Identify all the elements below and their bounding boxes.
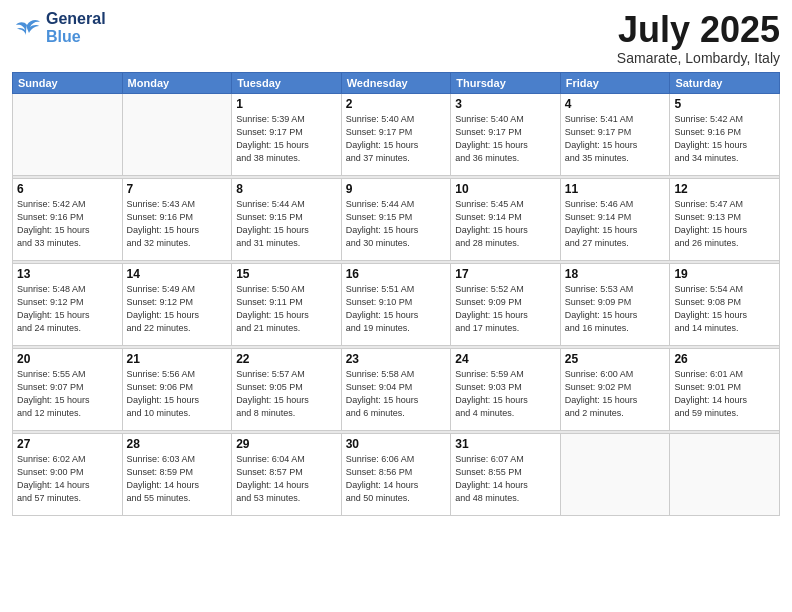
calendar-cell: 16Sunrise: 5:51 AM Sunset: 9:10 PM Dayli… xyxy=(341,263,451,345)
header: General Blue July 2025 Samarate, Lombard… xyxy=(12,10,780,66)
calendar-cell xyxy=(560,433,670,515)
header-friday: Friday xyxy=(560,72,670,93)
day-number: 26 xyxy=(674,352,775,366)
header-wednesday: Wednesday xyxy=(341,72,451,93)
calendar-cell: 14Sunrise: 5:49 AM Sunset: 9:12 PM Dayli… xyxy=(122,263,232,345)
logo-icon xyxy=(12,17,42,39)
day-number: 10 xyxy=(455,182,556,196)
calendar-week-0: 1Sunrise: 5:39 AM Sunset: 9:17 PM Daylig… xyxy=(13,93,780,175)
day-number: 3 xyxy=(455,97,556,111)
day-info: Sunrise: 5:41 AM Sunset: 9:17 PM Dayligh… xyxy=(565,113,666,165)
calendar-week-4: 27Sunrise: 6:02 AM Sunset: 9:00 PM Dayli… xyxy=(13,433,780,515)
month-title: July 2025 xyxy=(617,10,780,50)
day-info: Sunrise: 5:56 AM Sunset: 9:06 PM Dayligh… xyxy=(127,368,228,420)
day-info: Sunrise: 5:54 AM Sunset: 9:08 PM Dayligh… xyxy=(674,283,775,335)
header-sunday: Sunday xyxy=(13,72,123,93)
calendar-cell xyxy=(13,93,123,175)
header-tuesday: Tuesday xyxy=(232,72,342,93)
calendar-cell: 30Sunrise: 6:06 AM Sunset: 8:56 PM Dayli… xyxy=(341,433,451,515)
day-number: 19 xyxy=(674,267,775,281)
day-number: 28 xyxy=(127,437,228,451)
calendar-cell: 26Sunrise: 6:01 AM Sunset: 9:01 PM Dayli… xyxy=(670,348,780,430)
calendar-cell: 21Sunrise: 5:56 AM Sunset: 9:06 PM Dayli… xyxy=(122,348,232,430)
title-block: July 2025 Samarate, Lombardy, Italy xyxy=(617,10,780,66)
day-number: 1 xyxy=(236,97,337,111)
day-info: Sunrise: 5:45 AM Sunset: 9:14 PM Dayligh… xyxy=(455,198,556,250)
day-number: 29 xyxy=(236,437,337,451)
calendar-cell: 28Sunrise: 6:03 AM Sunset: 8:59 PM Dayli… xyxy=(122,433,232,515)
day-number: 20 xyxy=(17,352,118,366)
day-info: Sunrise: 5:52 AM Sunset: 9:09 PM Dayligh… xyxy=(455,283,556,335)
day-info: Sunrise: 5:40 AM Sunset: 9:17 PM Dayligh… xyxy=(455,113,556,165)
calendar-cell: 1Sunrise: 5:39 AM Sunset: 9:17 PM Daylig… xyxy=(232,93,342,175)
day-info: Sunrise: 5:55 AM Sunset: 9:07 PM Dayligh… xyxy=(17,368,118,420)
calendar-cell: 17Sunrise: 5:52 AM Sunset: 9:09 PM Dayli… xyxy=(451,263,561,345)
day-info: Sunrise: 5:47 AM Sunset: 9:13 PM Dayligh… xyxy=(674,198,775,250)
day-number: 23 xyxy=(346,352,447,366)
day-number: 13 xyxy=(17,267,118,281)
day-number: 2 xyxy=(346,97,447,111)
calendar-cell: 13Sunrise: 5:48 AM Sunset: 9:12 PM Dayli… xyxy=(13,263,123,345)
header-saturday: Saturday xyxy=(670,72,780,93)
calendar-cell: 4Sunrise: 5:41 AM Sunset: 9:17 PM Daylig… xyxy=(560,93,670,175)
calendar-cell xyxy=(670,433,780,515)
calendar-cell: 2Sunrise: 5:40 AM Sunset: 9:17 PM Daylig… xyxy=(341,93,451,175)
day-info: Sunrise: 6:06 AM Sunset: 8:56 PM Dayligh… xyxy=(346,453,447,505)
day-info: Sunrise: 5:53 AM Sunset: 9:09 PM Dayligh… xyxy=(565,283,666,335)
day-number: 9 xyxy=(346,182,447,196)
calendar-cell: 22Sunrise: 5:57 AM Sunset: 9:05 PM Dayli… xyxy=(232,348,342,430)
day-info: Sunrise: 5:49 AM Sunset: 9:12 PM Dayligh… xyxy=(127,283,228,335)
day-number: 17 xyxy=(455,267,556,281)
day-number: 24 xyxy=(455,352,556,366)
day-info: Sunrise: 5:50 AM Sunset: 9:11 PM Dayligh… xyxy=(236,283,337,335)
day-number: 15 xyxy=(236,267,337,281)
calendar-cell: 19Sunrise: 5:54 AM Sunset: 9:08 PM Dayli… xyxy=(670,263,780,345)
day-number: 14 xyxy=(127,267,228,281)
day-number: 18 xyxy=(565,267,666,281)
day-info: Sunrise: 6:03 AM Sunset: 8:59 PM Dayligh… xyxy=(127,453,228,505)
day-number: 7 xyxy=(127,182,228,196)
calendar-cell: 11Sunrise: 5:46 AM Sunset: 9:14 PM Dayli… xyxy=(560,178,670,260)
day-number: 6 xyxy=(17,182,118,196)
day-info: Sunrise: 5:43 AM Sunset: 9:16 PM Dayligh… xyxy=(127,198,228,250)
calendar-cell: 15Sunrise: 5:50 AM Sunset: 9:11 PM Dayli… xyxy=(232,263,342,345)
calendar-cell: 25Sunrise: 6:00 AM Sunset: 9:02 PM Dayli… xyxy=(560,348,670,430)
calendar-cell: 8Sunrise: 5:44 AM Sunset: 9:15 PM Daylig… xyxy=(232,178,342,260)
calendar-cell: 12Sunrise: 5:47 AM Sunset: 9:13 PM Dayli… xyxy=(670,178,780,260)
calendar-cell: 29Sunrise: 6:04 AM Sunset: 8:57 PM Dayli… xyxy=(232,433,342,515)
day-info: Sunrise: 5:58 AM Sunset: 9:04 PM Dayligh… xyxy=(346,368,447,420)
day-number: 5 xyxy=(674,97,775,111)
day-info: Sunrise: 5:51 AM Sunset: 9:10 PM Dayligh… xyxy=(346,283,447,335)
day-number: 25 xyxy=(565,352,666,366)
header-monday: Monday xyxy=(122,72,232,93)
calendar-week-2: 13Sunrise: 5:48 AM Sunset: 9:12 PM Dayli… xyxy=(13,263,780,345)
day-info: Sunrise: 5:42 AM Sunset: 9:16 PM Dayligh… xyxy=(674,113,775,165)
calendar-header-row: Sunday Monday Tuesday Wednesday Thursday… xyxy=(13,72,780,93)
day-info: Sunrise: 5:39 AM Sunset: 9:17 PM Dayligh… xyxy=(236,113,337,165)
day-info: Sunrise: 6:00 AM Sunset: 9:02 PM Dayligh… xyxy=(565,368,666,420)
day-number: 11 xyxy=(565,182,666,196)
calendar-week-3: 20Sunrise: 5:55 AM Sunset: 9:07 PM Dayli… xyxy=(13,348,780,430)
day-number: 30 xyxy=(346,437,447,451)
calendar-cell: 18Sunrise: 5:53 AM Sunset: 9:09 PM Dayli… xyxy=(560,263,670,345)
day-info: Sunrise: 6:07 AM Sunset: 8:55 PM Dayligh… xyxy=(455,453,556,505)
calendar-cell: 6Sunrise: 5:42 AM Sunset: 9:16 PM Daylig… xyxy=(13,178,123,260)
calendar-cell: 9Sunrise: 5:44 AM Sunset: 9:15 PM Daylig… xyxy=(341,178,451,260)
calendar-cell: 20Sunrise: 5:55 AM Sunset: 9:07 PM Dayli… xyxy=(13,348,123,430)
day-number: 4 xyxy=(565,97,666,111)
day-info: Sunrise: 5:48 AM Sunset: 9:12 PM Dayligh… xyxy=(17,283,118,335)
day-number: 12 xyxy=(674,182,775,196)
day-number: 27 xyxy=(17,437,118,451)
day-info: Sunrise: 5:44 AM Sunset: 9:15 PM Dayligh… xyxy=(236,198,337,250)
calendar-cell xyxy=(122,93,232,175)
day-info: Sunrise: 5:57 AM Sunset: 9:05 PM Dayligh… xyxy=(236,368,337,420)
header-thursday: Thursday xyxy=(451,72,561,93)
day-info: Sunrise: 6:02 AM Sunset: 9:00 PM Dayligh… xyxy=(17,453,118,505)
logo: General Blue xyxy=(12,10,106,45)
day-info: Sunrise: 5:46 AM Sunset: 9:14 PM Dayligh… xyxy=(565,198,666,250)
calendar-cell: 23Sunrise: 5:58 AM Sunset: 9:04 PM Dayli… xyxy=(341,348,451,430)
page: General Blue July 2025 Samarate, Lombard… xyxy=(0,0,792,612)
logo-line2: Blue xyxy=(46,28,106,46)
calendar-table: Sunday Monday Tuesday Wednesday Thursday… xyxy=(12,72,780,516)
calendar-cell: 3Sunrise: 5:40 AM Sunset: 9:17 PM Daylig… xyxy=(451,93,561,175)
